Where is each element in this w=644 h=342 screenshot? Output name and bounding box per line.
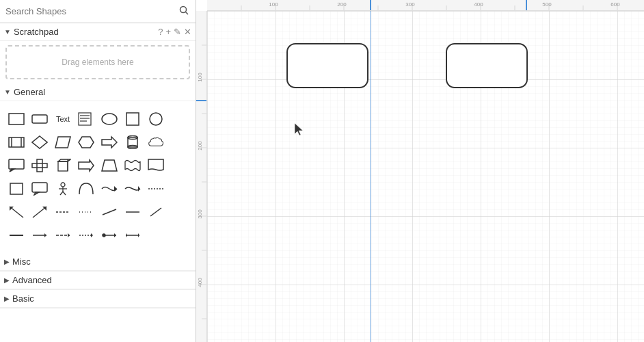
- search-input[interactable]: [5, 6, 175, 16]
- scratchpad-label: Scratchpad: [14, 27, 59, 37]
- shape-hexagon[interactable]: [75, 131, 97, 153]
- canvas-shape-2[interactable]: [445, 42, 528, 89]
- shape-document[interactable]: [145, 155, 167, 176]
- svg-marker-43: [138, 186, 140, 192]
- shape-empty7: [168, 224, 190, 246]
- shape-arrow-upright[interactable]: [29, 201, 51, 223]
- scratchpad-edit-btn[interactable]: ✎: [174, 27, 181, 37]
- shape-person[interactable]: [52, 178, 74, 200]
- shape-cube[interactable]: [52, 155, 74, 176]
- shape-wave[interactable]: [122, 155, 144, 176]
- shape-dashed-line[interactable]: [52, 201, 74, 223]
- shape-ellipse[interactable]: [98, 108, 120, 130]
- basic-header[interactable]: ▶ Basic: [0, 290, 196, 308]
- shape-curved-arrow[interactable]: [122, 178, 144, 200]
- shape-arrow-right[interactable]: [98, 131, 120, 153]
- general-header[interactable]: ▼ General: [0, 83, 196, 101]
- svg-point-8: [102, 114, 117, 124]
- shape-arrow-body[interactable]: [98, 178, 120, 200]
- svg-rect-101: [207, 11, 644, 342]
- basic-label: Basic: [12, 293, 34, 304]
- misc-arrow: ▶: [4, 258, 10, 265]
- svg-rect-2: [9, 114, 24, 124]
- ruler-vmarker: [196, 100, 206, 101]
- general-content: Text: [0, 101, 196, 253]
- scratchpad-add-btn[interactable]: +: [165, 27, 171, 37]
- grid-canvas[interactable]: [207, 11, 644, 342]
- search-icon: [179, 5, 189, 15]
- shape-connector4[interactable]: [98, 224, 120, 246]
- shape-connector3[interactable]: [75, 224, 97, 246]
- svg-marker-62: [91, 233, 93, 237]
- shape-cloud[interactable]: [145, 131, 167, 153]
- shape-square-sm[interactable]: [5, 178, 27, 200]
- shape-diamond[interactable]: [29, 131, 51, 153]
- scratchpad-drag-label: Drag elements here: [62, 57, 133, 67]
- scratchpad-header[interactable]: ▼ Scratchpad ? + ✎ ✕: [0, 23, 196, 41]
- scratchpad-actions: ? + ✎ ✕: [158, 27, 191, 37]
- advanced-label: Advanced: [12, 275, 52, 285]
- svg-text:100: 100: [269, 1, 278, 8]
- canvas-shape-1-svg: [286, 42, 369, 89]
- search-button[interactable]: [178, 4, 190, 18]
- svg-rect-25: [58, 161, 68, 171]
- svg-line-41: [63, 192, 66, 195]
- svg-rect-102: [287, 44, 368, 88]
- grid-background: [207, 11, 644, 342]
- misc-label: Misc: [12, 256, 31, 267]
- misc-header[interactable]: ▶ Misc: [0, 253, 196, 271]
- shape-callout[interactable]: [5, 155, 27, 176]
- basic-arrow: ▶: [4, 295, 10, 302]
- shape-zigzag[interactable]: [145, 178, 167, 200]
- shape-speech-bubble[interactable]: [29, 178, 51, 200]
- svg-rect-21: [9, 159, 24, 169]
- shape-arrow-process[interactable]: [75, 155, 97, 176]
- shape-connector1[interactable]: [29, 224, 51, 246]
- shape-text[interactable]: Text: [52, 108, 74, 130]
- advanced-header[interactable]: ▶ Advanced: [0, 272, 196, 289]
- svg-text:200: 200: [197, 141, 203, 150]
- shape-arc[interactable]: [75, 178, 97, 200]
- scratchpad-close-btn[interactable]: ✕: [184, 27, 191, 37]
- ruler-marker: [370, 0, 371, 10]
- left-panel: ▼ Scratchpad ? + ✎ ✕ Drag elements here …: [0, 0, 196, 342]
- shape-line[interactable]: [98, 201, 120, 223]
- shape-square[interactable]: [122, 108, 144, 130]
- svg-marker-65: [114, 233, 116, 237]
- svg-point-10: [150, 113, 162, 125]
- shape-line-h[interactable]: [122, 201, 144, 223]
- shape-rectangle-rounded-small[interactable]: [29, 108, 51, 130]
- shape-dotted-line[interactable]: [75, 201, 97, 223]
- shape-note[interactable]: [75, 108, 97, 130]
- ruler-left: 100 200 300 400: [196, 11, 207, 342]
- shape-process[interactable]: [5, 131, 27, 153]
- shape-connector2[interactable]: [52, 224, 74, 246]
- shape-arrow-upleft[interactable]: [5, 201, 27, 223]
- shape-cross[interactable]: [29, 155, 51, 176]
- svg-point-0: [180, 7, 187, 13]
- shape-empty2: [168, 131, 190, 153]
- general-arrow: ▼: [4, 88, 11, 96]
- shape-connector5[interactable]: [122, 224, 144, 246]
- shape-circle[interactable]: [145, 108, 167, 130]
- shape-trapezoid[interactable]: [98, 155, 120, 176]
- canvas-shape-1[interactable]: [286, 42, 369, 89]
- canvas-area[interactable]: 100 200 300 400 500 600 100: [196, 0, 644, 342]
- shape-rectangle[interactable]: [5, 108, 27, 130]
- svg-text:500: 500: [542, 1, 552, 8]
- shape-empty6: [145, 224, 167, 246]
- svg-marker-67: [126, 233, 127, 237]
- guide-line-v: [370, 11, 371, 342]
- shape-cylinder[interactable]: [122, 131, 144, 153]
- shape-line-solid[interactable]: [5, 224, 27, 246]
- scratchpad-dropzone: Drag elements here: [5, 45, 190, 79]
- shape-parallelogram[interactable]: [52, 131, 74, 153]
- svg-marker-30: [79, 160, 94, 171]
- shape-line-diag[interactable]: [145, 201, 167, 223]
- scratchpad-help-btn[interactable]: ?: [158, 27, 163, 37]
- svg-rect-35: [32, 183, 47, 192]
- search-bar: [0, 0, 196, 23]
- svg-text:400: 400: [197, 278, 203, 287]
- svg-line-51: [103, 209, 116, 215]
- shape-empty5: [168, 201, 190, 223]
